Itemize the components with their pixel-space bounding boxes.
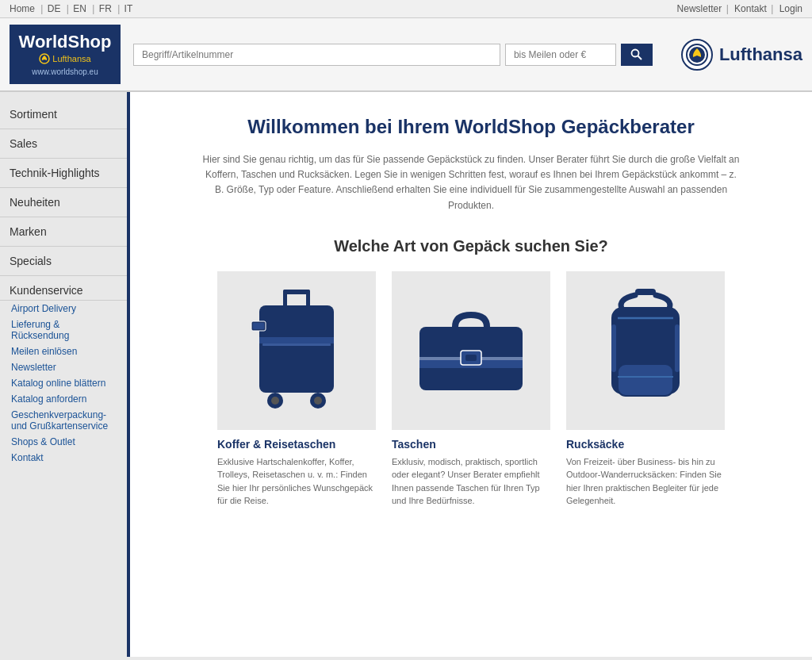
sidebar: Sortiment Sales Technik-Highlights Neuhe…: [0, 92, 127, 657]
lufthansa-logo-circle: [681, 39, 713, 71]
sidebar-item-sortiment[interactable]: Sortiment: [0, 100, 127, 129]
sidebar-item-meilen[interactable]: Meilen einlösen: [0, 343, 127, 359]
lang-it[interactable]: IT: [124, 3, 133, 14]
logo-block[interactable]: WorldShop Lufthansa www.worldshop.eu: [10, 25, 121, 84]
sidebar-item-sales[interactable]: Sales: [0, 129, 127, 159]
taschen-icon-box: [392, 271, 550, 430]
sidebar-item-marken[interactable]: Marken: [0, 217, 127, 247]
svg-point-14: [314, 397, 322, 405]
search-input[interactable]: [133, 44, 500, 66]
koffer-icon-box: [217, 271, 376, 430]
layout: Sortiment Sales Technik-Highlights Neuhe…: [0, 92, 812, 657]
svg-rect-7: [306, 290, 310, 307]
svg-rect-10: [262, 343, 331, 346]
lang-de[interactable]: DE: [48, 3, 61, 14]
svg-rect-21: [465, 355, 477, 361]
svg-rect-16: [253, 323, 264, 329]
search-icon: [630, 48, 643, 61]
sidebar-item-geschenk[interactable]: Geschenkverpackung- und Grußkartenservic…: [0, 407, 127, 434]
kontakt-link[interactable]: Kontakt: [734, 3, 767, 14]
svg-rect-22: [635, 289, 656, 295]
luggage-cards: Koffer & Reisetaschen Exklusive Hartscha…: [162, 271, 780, 508]
page-intro: Hier sind Sie genau richtig, um das für …: [201, 152, 741, 213]
lufthansa-circle-icon: [686, 44, 708, 66]
sidebar-item-neuheiten[interactable]: Neuheiten: [0, 188, 127, 217]
koffer-desc: Exklusive Hartschalenkoffer, Koffer, Tro…: [217, 455, 376, 508]
svg-rect-9: [259, 337, 334, 343]
lang-en[interactable]: EN: [73, 3, 86, 14]
logo-subtext: Lufthansa: [39, 53, 90, 64]
sidebar-item-newsletter[interactable]: Newsletter: [0, 359, 127, 375]
taschen-icon: [412, 303, 530, 398]
koffer-icon: [245, 283, 348, 418]
login-link[interactable]: Login: [779, 3, 802, 14]
svg-point-1: [631, 49, 638, 56]
main-content: Willkommen bei Ihrem WorldShop Gepäckber…: [127, 92, 812, 657]
sidebar-service-title: Kundenservice: [0, 276, 127, 301]
card-koffer[interactable]: Koffer & Reisetaschen Exklusive Hartscha…: [217, 271, 376, 508]
svg-rect-8: [259, 305, 334, 393]
rucksaecke-desc: Von Freizeit- über Business- bis hin zu …: [566, 455, 725, 508]
header: WorldShop Lufthansa www.worldshop.eu: [0, 18, 812, 92]
sidebar-item-katalog-anfordern[interactable]: Katalog anfordern: [0, 391, 127, 407]
lh-brand-block: Lufthansa: [681, 39, 802, 71]
svg-line-2: [638, 56, 642, 59]
card-taschen[interactable]: Taschen Exklusiv, modisch, praktisch, sp…: [392, 271, 550, 508]
sidebar-item-shops[interactable]: Shops & Outlet: [0, 434, 127, 450]
lufthansa-brand-name: Lufthansa: [719, 44, 802, 65]
svg-rect-5: [283, 290, 310, 294]
lufthansa-crane-icon: [39, 53, 50, 64]
topbar-right[interactable]: Newsletter | Kontakt | Login: [676, 3, 802, 14]
miles-input[interactable]: [505, 44, 616, 66]
sidebar-item-technik[interactable]: Technik-Highlights: [0, 159, 127, 188]
logo-text: WorldShop: [19, 33, 112, 52]
taschen-desc: Exklusiv, modisch, praktisch, sportlich …: [392, 455, 550, 508]
sidebar-item-specials[interactable]: Specials: [0, 247, 127, 276]
newsletter-link[interactable]: Newsletter: [677, 3, 722, 14]
home-link[interactable]: Home: [10, 3, 35, 14]
koffer-title: Koffer & Reisetaschen: [217, 438, 376, 451]
sidebar-item-airport[interactable]: Airport Delivery: [0, 301, 127, 317]
rucksaecke-icon-box: [566, 271, 725, 430]
section-subtitle: Welche Art von Gepäck suchen Sie?: [162, 237, 780, 255]
lang-fr[interactable]: FR: [99, 3, 112, 14]
topbar: Home | DE | EN | FR | IT Newsletter | Ko…: [0, 0, 812, 18]
search-button[interactable]: [621, 44, 653, 66]
rucksaecke-title: Rucksäcke: [566, 438, 725, 451]
rucksaeck-icon: [594, 285, 697, 416]
card-rucksaecke[interactable]: Rucksäcke Von Freizeit- über Business- b…: [566, 271, 725, 508]
sidebar-item-lieferung[interactable]: Lieferung & Rücksendung: [0, 317, 127, 343]
topbar-nav[interactable]: Home | DE | EN | FR | IT: [10, 3, 134, 14]
svg-rect-27: [675, 324, 680, 372]
svg-rect-6: [283, 290, 287, 307]
svg-rect-26: [611, 324, 616, 372]
svg-point-12: [271, 397, 279, 405]
search-area: [133, 44, 653, 66]
sidebar-item-kontakt[interactable]: Kontakt: [0, 450, 127, 466]
logo-url: www.worldshop.eu: [32, 67, 98, 76]
taschen-title: Taschen: [392, 438, 550, 451]
svg-rect-24: [618, 364, 673, 396]
page-title: Willkommen bei Ihrem WorldShop Gepäckber…: [162, 116, 780, 138]
sidebar-item-katalog-online[interactable]: Katalog online blättern: [0, 375, 127, 391]
